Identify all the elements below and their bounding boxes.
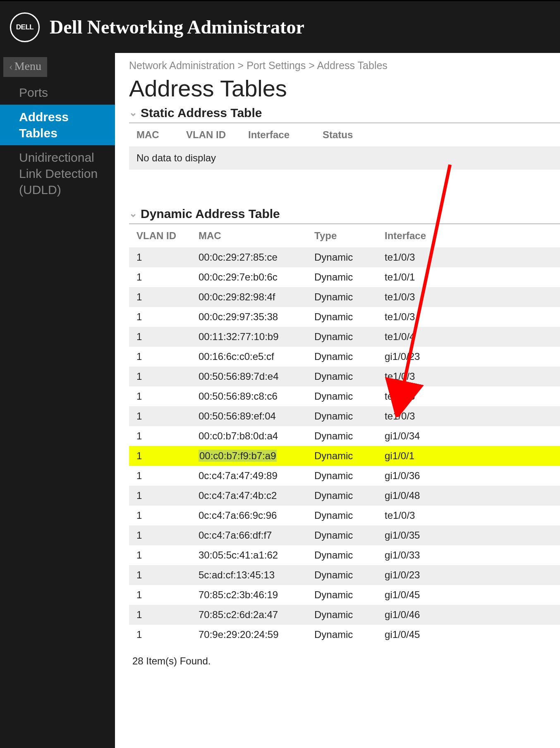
- items-found-label: 28 Item(s) Found.: [129, 655, 560, 667]
- type-cell: Dynamic: [307, 446, 377, 466]
- dell-logo-icon: DELL: [10, 12, 40, 42]
- type-cell: Dynamic: [307, 247, 377, 267]
- menu-back-label: Menu: [14, 60, 41, 72]
- table-row[interactable]: 170:85:c2:6d:2a:47Dynamicgi1/0/46: [129, 605, 560, 625]
- type-cell: Dynamic: [307, 426, 377, 446]
- mac-cell: 00:0c:29:97:35:38: [191, 307, 307, 327]
- interface-cell: gi1/0/35: [377, 525, 560, 545]
- table-row[interactable]: 100:11:32:77:10:b9Dynamicte1/0/4: [129, 327, 560, 347]
- table-row[interactable]: 100:0c:29:82:98:4fDynamicte1/0/3: [129, 287, 560, 307]
- sidebar-item-label: Address Tables: [19, 110, 69, 140]
- vlan-cell: 1: [129, 367, 191, 386]
- table-row[interactable]: 100:50:56:89:7d:e4Dynamicte1/0/3: [129, 367, 560, 386]
- static-address-table: MACVLAN IDInterfaceStatus No data to dis…: [129, 123, 560, 170]
- chevron-down-icon: ⌄: [129, 107, 137, 118]
- type-cell: Dynamic: [307, 605, 377, 625]
- mac-cell: 00:16:6c:c0:e5:cf: [191, 347, 307, 367]
- table-row[interactable]: 15c:ad:cf:13:45:13Dynamicgi1/0/23: [129, 565, 560, 585]
- main-content: Network Administration > Port Settings >…: [115, 53, 560, 748]
- interface-cell: gi1/0/23: [377, 347, 560, 367]
- app-header: DELL Dell Networking Administrator: [0, 0, 560, 53]
- interface-cell: te1/0/3: [377, 247, 560, 267]
- interface-cell: te1/0/3: [377, 287, 560, 307]
- vlan-cell: 1: [129, 605, 191, 625]
- table-row[interactable]: 10c:c4:7a:47:4b:c2Dynamicgi1/0/48: [129, 486, 560, 506]
- static-section-title: Static Address Table: [141, 106, 262, 120]
- type-cell: Dynamic: [307, 307, 377, 327]
- vlan-cell: 1: [129, 486, 191, 506]
- table-row[interactable]: 10c:c4:7a:66:df:f7Dynamicgi1/0/35: [129, 525, 560, 545]
- table-row[interactable]: 100:16:6c:c0:e5:cfDynamicgi1/0/23: [129, 347, 560, 367]
- type-cell: Dynamic: [307, 367, 377, 386]
- table-row[interactable]: 10c:c4:7a:66:9c:96Dynamicte1/0/3: [129, 506, 560, 525]
- mac-cell: 0c:c4:7a:47:49:89: [191, 466, 307, 486]
- column-header[interactable]: Status: [315, 123, 560, 146]
- type-cell: Dynamic: [307, 386, 377, 406]
- interface-cell: gi1/0/45: [377, 625, 560, 645]
- table-row[interactable]: 100:50:56:89:ef:04Dynamicte1/0/3: [129, 406, 560, 426]
- interface-cell: te1/0/1: [377, 267, 560, 287]
- table-row[interactable]: 100:0c:29:97:35:38Dynamicte1/0/3: [129, 307, 560, 327]
- interface-cell: gi1/0/34: [377, 426, 560, 446]
- mac-cell: 70:85:c2:3b:46:19: [191, 585, 307, 605]
- mac-cell: 00:50:56:89:7d:e4: [191, 367, 307, 386]
- interface-cell: gi1/0/23: [377, 565, 560, 585]
- no-data-message: No data to display: [129, 146, 560, 170]
- mac-cell: 00:50:56:89:c8:c6: [191, 386, 307, 406]
- chevron-down-icon: ⌄: [129, 208, 137, 219]
- table-row[interactable]: 170:9e:29:20:24:59Dynamicgi1/0/45: [129, 625, 560, 645]
- column-header[interactable]: MAC: [191, 224, 307, 247]
- interface-cell: te1/0/3: [377, 367, 560, 386]
- type-cell: Dynamic: [307, 486, 377, 506]
- dynamic-section-toggle[interactable]: ⌄ Dynamic Address Table: [129, 207, 560, 221]
- vlan-cell: 1: [129, 267, 191, 287]
- column-header[interactable]: VLAN ID: [179, 123, 241, 146]
- dynamic-section-title: Dynamic Address Table: [141, 207, 280, 221]
- table-row[interactable]: 100:0c:29:7e:b0:6cDynamicte1/0/1: [129, 267, 560, 287]
- column-header[interactable]: Interface: [377, 224, 560, 247]
- mac-cell: 70:9e:29:20:24:59: [191, 625, 307, 645]
- vlan-cell: 1: [129, 525, 191, 545]
- interface-cell: te1/0/3: [377, 386, 560, 406]
- vlan-cell: 1: [129, 446, 191, 466]
- column-header[interactable]: VLAN ID: [129, 224, 191, 247]
- vlan-cell: 1: [129, 565, 191, 585]
- mac-cell: 70:85:c2:6d:2a:47: [191, 605, 307, 625]
- mac-cell: 0c:c4:7a:66:9c:96: [191, 506, 307, 525]
- sidebar-item-ports[interactable]: Ports: [0, 80, 115, 105]
- vlan-cell: 1: [129, 625, 191, 645]
- column-header[interactable]: MAC: [129, 123, 179, 146]
- vlan-cell: 1: [129, 287, 191, 307]
- mac-cell: 00:11:32:77:10:b9: [191, 327, 307, 347]
- mac-cell: 00:0c:29:27:85:ce: [191, 247, 307, 267]
- sidebar-item-address-tables[interactable]: Address Tables: [0, 105, 115, 145]
- interface-cell: te1/0/3: [377, 307, 560, 327]
- type-cell: Dynamic: [307, 347, 377, 367]
- vlan-cell: 1: [129, 347, 191, 367]
- table-row[interactable]: 170:85:c2:3b:46:19Dynamicgi1/0/45: [129, 585, 560, 605]
- sidebar-item-unidirectional-link-detection-udld[interactable]: Unidirectional Link Detection (UDLD): [0, 145, 115, 202]
- vlan-cell: 1: [129, 506, 191, 525]
- table-row[interactable]: 10c:c4:7a:47:49:89Dynamicgi1/0/36: [129, 466, 560, 486]
- interface-cell: gi1/0/46: [377, 605, 560, 625]
- table-row[interactable]: 130:05:5c:41:a1:62Dynamicgi1/0/33: [129, 545, 560, 565]
- vlan-cell: 1: [129, 406, 191, 426]
- column-header[interactable]: Type: [307, 224, 377, 247]
- column-header[interactable]: Interface: [241, 123, 315, 146]
- static-section-toggle[interactable]: ⌄ Static Address Table: [129, 106, 560, 120]
- menu-back-button[interactable]: ‹Menu: [3, 57, 47, 77]
- table-row: No data to display: [129, 146, 560, 170]
- table-row[interactable]: 100:c0:b7:b8:0d:a4Dynamicgi1/0/34: [129, 426, 560, 446]
- table-row[interactable]: 100:c0:b7:f9:b7:a9Dynamicgi1/0/1: [129, 446, 560, 466]
- table-row[interactable]: 100:50:56:89:c8:c6Dynamicte1/0/3: [129, 386, 560, 406]
- table-row[interactable]: 100:0c:29:27:85:ceDynamicte1/0/3: [129, 247, 560, 267]
- type-cell: Dynamic: [307, 625, 377, 645]
- vlan-cell: 1: [129, 585, 191, 605]
- interface-cell: gi1/0/36: [377, 466, 560, 486]
- vlan-cell: 1: [129, 466, 191, 486]
- vlan-cell: 1: [129, 327, 191, 347]
- page-title: Address Tables: [129, 75, 560, 102]
- dynamic-address-table: VLAN IDMACTypeInterface 100:0c:29:27:85:…: [129, 224, 560, 645]
- type-cell: Dynamic: [307, 406, 377, 426]
- interface-cell: gi1/0/45: [377, 585, 560, 605]
